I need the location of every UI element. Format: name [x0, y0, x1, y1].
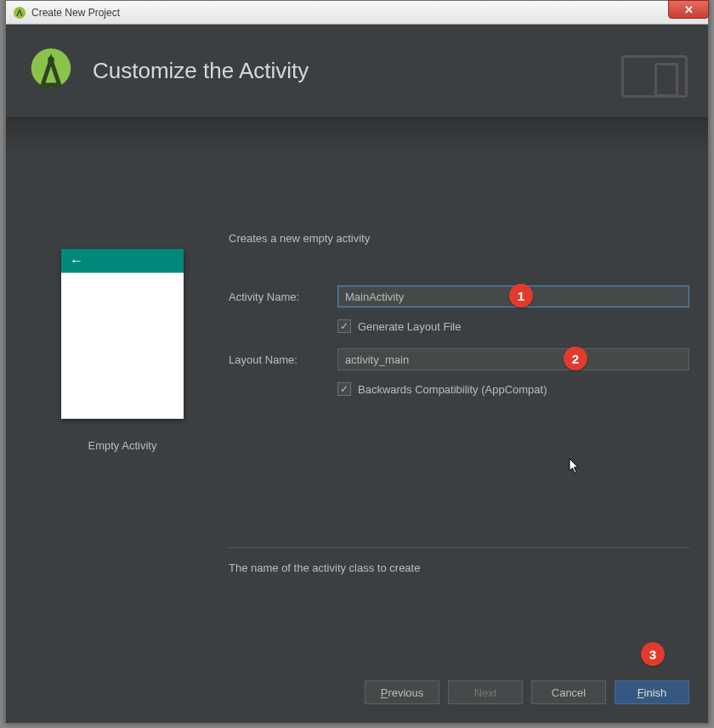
- finish-button[interactable]: Finish 3: [615, 680, 689, 704]
- mouse-cursor-icon: [569, 458, 581, 475]
- template-name-label: Empty Activity: [25, 439, 220, 452]
- backwards-compat-checkbox[interactable]: ✓: [337, 382, 351, 396]
- phone-preview: ←: [61, 249, 184, 419]
- help-text: The name of the activity class to create: [229, 562, 689, 574]
- wizard-header: Customize the Activity: [6, 25, 708, 118]
- button-label: Finish: [638, 686, 667, 699]
- generate-layout-label: Generate Layout File: [358, 320, 461, 333]
- window-close-button[interactable]: ✕: [668, 0, 709, 19]
- checkmark-icon: ✓: [340, 384, 348, 394]
- generate-layout-checkbox[interactable]: ✓: [337, 319, 351, 333]
- generate-layout-row[interactable]: ✓ Generate Layout File: [337, 319, 689, 333]
- cancel-button[interactable]: Cancel: [531, 680, 606, 704]
- android-studio-icon: [13, 6, 26, 20]
- wizard-footer: Previous Next Cancel Finish 3: [6, 667, 708, 723]
- close-icon: ✕: [684, 3, 694, 16]
- header-shadow: [6, 118, 708, 203]
- form-panel: Creates a new empty activity Activity Na…: [220, 203, 689, 608]
- button-label: Cancel: [552, 686, 586, 699]
- annotation-badge-1: 1: [509, 284, 533, 308]
- backwards-compat-label: Backwards Compatibility (AppCompat): [358, 383, 547, 396]
- button-label: Next: [474, 686, 497, 699]
- layout-name-label: Layout Name:: [229, 353, 337, 366]
- activity-name-label: Activity Name:: [229, 291, 337, 303]
- preview-appbar: ←: [61, 249, 184, 273]
- dialog-window: Create New Project ✕ Customize the Activ…: [5, 0, 709, 724]
- previous-button[interactable]: Previous: [365, 680, 439, 704]
- window-title: Create New Project: [31, 7, 120, 19]
- android-studio-logo-icon: [25, 45, 77, 98]
- back-arrow-icon: ←: [70, 253, 83, 268]
- layout-name-input[interactable]: [337, 348, 689, 370]
- annotation-badge-2: 2: [564, 347, 587, 370]
- activity-name-row: Activity Name: 1: [229, 285, 689, 308]
- backwards-compat-row[interactable]: ✓ Backwards Compatibility (AppCompat): [337, 382, 689, 396]
- titlebar[interactable]: Create New Project ✕: [6, 1, 708, 25]
- annotation-badge-3: 3: [641, 642, 665, 666]
- next-button[interactable]: Next: [448, 680, 523, 704]
- template-preview-panel: ← Empty Activity: [25, 203, 220, 608]
- help-divider: [229, 547, 689, 548]
- svg-rect-3: [41, 82, 60, 87]
- svg-point-2: [48, 56, 54, 63]
- form-factor-icon: [621, 55, 688, 98]
- form-description: Creates a new empty activity: [229, 232, 689, 245]
- content-area: ← Empty Activity Creates a new empty act…: [6, 203, 708, 608]
- button-label: Previous: [381, 686, 424, 699]
- layout-name-row: Layout Name: 2: [229, 348, 689, 370]
- page-title: Customize the Activity: [93, 58, 309, 84]
- checkmark-icon: ✓: [340, 321, 348, 331]
